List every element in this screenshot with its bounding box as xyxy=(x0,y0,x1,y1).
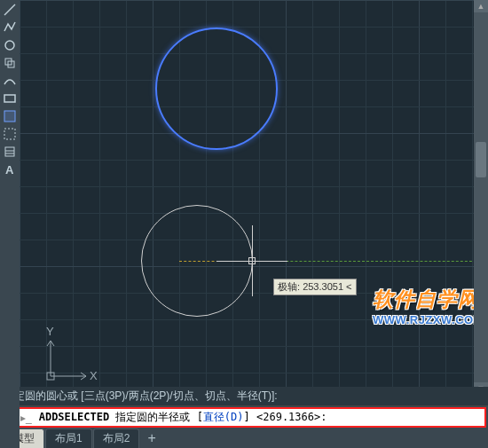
command-history-line: 指定圆的圆心或 [三点(3P)/两点(2P)/切点、切点、半径(T)]: xyxy=(0,387,488,406)
tool-circle[interactable] xyxy=(2,37,18,53)
tool-polyline[interactable] xyxy=(2,20,18,35)
vertical-scrollbar[interactable]: ▲ ▼ xyxy=(474,0,488,395)
svg-rect-7 xyxy=(5,147,14,156)
tool-text[interactable]: A xyxy=(2,161,18,177)
layout-tabs: 模型 布局1 布局2 + xyxy=(0,428,488,448)
tool-arc[interactable] xyxy=(2,73,18,89)
svg-rect-4 xyxy=(4,95,15,102)
bottom-panel: 指定圆的圆心或 [三点(3P)/两点(2P)/切点、切点、半径(T)]: ▸_ … xyxy=(0,387,488,448)
selected-circle[interactable] xyxy=(155,28,278,150)
tool-rectangle[interactable] xyxy=(2,90,18,106)
command-chevron-icon: ▸_ xyxy=(17,412,35,424)
ucs-icon: X Y xyxy=(42,325,104,390)
svg-point-1 xyxy=(5,41,14,50)
tool-hatch[interactable] xyxy=(2,144,18,160)
tool-copy[interactable] xyxy=(2,55,18,71)
tool-select-window[interactable] xyxy=(2,108,18,124)
drawing-canvas[interactable]: 极轴: 253.3051 < X Y 软件自学网 WWW.RJZXW.COM ▲… xyxy=(20,0,488,448)
scroll-thumb[interactable] xyxy=(476,142,486,177)
svg-text:A: A xyxy=(5,163,14,177)
ucs-y-label: Y xyxy=(46,325,54,338)
tool-line[interactable] xyxy=(2,2,18,18)
svg-rect-6 xyxy=(4,129,15,139)
vertical-toolbar: A xyxy=(0,0,20,448)
command-prompt-post: ] <269.1366>: xyxy=(244,411,327,423)
polar-tracking-line-green xyxy=(246,261,481,262)
polar-tooltip: 极轴: 253.3051 < xyxy=(273,279,357,295)
tooltip-value: 253.3051 < xyxy=(303,281,351,292)
svg-line-0 xyxy=(4,4,15,15)
command-input[interactable]: ADDSELECTED 指定圆的半径或 [直径(D)] <269.1366>: xyxy=(35,409,484,426)
scroll-up-button[interactable]: ▲ xyxy=(474,0,488,12)
ucs-x-label: X xyxy=(90,369,98,382)
tab-layout2[interactable]: 布局2 xyxy=(93,428,140,448)
svg-rect-5 xyxy=(4,111,15,122)
tab-add-button[interactable]: + xyxy=(140,428,162,448)
tooltip-label: 极轴: xyxy=(278,281,300,292)
command-line[interactable]: ▸_ ADDSELECTED 指定圆的半径或 [直径(D)] <269.1366… xyxy=(2,407,486,428)
command-prompt-pre: 指定圆的半径或 [ xyxy=(115,411,202,423)
tab-layout1[interactable]: 布局1 xyxy=(45,428,92,448)
polar-tracking-line-yellow xyxy=(179,261,224,262)
command-option-diameter[interactable]: 直径(D) xyxy=(203,411,244,423)
tool-select-crossing[interactable] xyxy=(2,126,18,142)
command-name: ADDSELECTED xyxy=(39,411,109,423)
